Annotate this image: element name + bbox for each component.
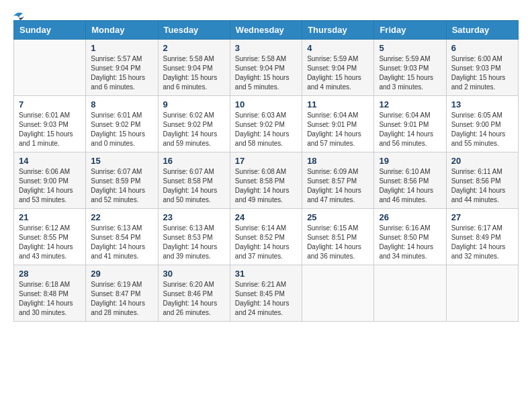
- calendar-cell: 26Sunrise: 6:16 AM Sunset: 8:50 PM Dayli…: [374, 209, 446, 265]
- day-number: 15: [91, 156, 152, 166]
- calendar-cell: 11Sunrise: 6:04 AM Sunset: 9:01 PM Dayli…: [302, 96, 374, 152]
- day-info: Sunrise: 5:58 AM Sunset: 9:04 PM Dayligh…: [163, 54, 225, 92]
- day-number: 14: [19, 156, 81, 166]
- header-wednesday: Wednesday: [230, 21, 302, 40]
- day-info: Sunrise: 6:01 AM Sunset: 9:03 PM Dayligh…: [19, 111, 81, 148]
- day-number: 22: [91, 212, 152, 222]
- calendar-cell: 12Sunrise: 6:04 AM Sunset: 9:01 PM Dayli…: [374, 96, 446, 152]
- day-info: Sunrise: 6:12 AM Sunset: 8:55 PM Dayligh…: [19, 224, 81, 261]
- header-saturday: Saturday: [446, 21, 518, 40]
- day-info: Sunrise: 5:59 AM Sunset: 9:03 PM Dayligh…: [379, 54, 441, 92]
- day-info: Sunrise: 6:21 AM Sunset: 8:45 PM Dayligh…: [235, 280, 297, 318]
- calendar-week-1: 1Sunrise: 5:57 AM Sunset: 9:04 PM Daylig…: [14, 40, 519, 96]
- day-info: Sunrise: 6:00 AM Sunset: 9:03 PM Dayligh…: [451, 54, 513, 92]
- day-number: 20: [451, 156, 513, 166]
- day-info: Sunrise: 6:01 AM Sunset: 9:02 PM Dayligh…: [91, 111, 152, 148]
- calendar-cell: 25Sunrise: 6:15 AM Sunset: 8:51 PM Dayli…: [302, 209, 374, 265]
- day-info: Sunrise: 6:06 AM Sunset: 9:00 PM Dayligh…: [19, 167, 81, 205]
- day-number: 7: [19, 99, 81, 109]
- calendar-cell: 9Sunrise: 6:02 AM Sunset: 9:02 PM Daylig…: [158, 96, 230, 152]
- day-info: Sunrise: 6:13 AM Sunset: 8:54 PM Dayligh…: [91, 224, 152, 261]
- day-info: Sunrise: 6:15 AM Sunset: 8:51 PM Dayligh…: [307, 224, 369, 261]
- calendar-header-row: SundayMondayTuesdayWednesdayThursdayFrid…: [14, 21, 519, 40]
- day-number: 19: [379, 156, 441, 166]
- calendar-cell: 10Sunrise: 6:03 AM Sunset: 9:02 PM Dayli…: [230, 96, 302, 152]
- day-info: Sunrise: 6:13 AM Sunset: 8:53 PM Dayligh…: [163, 224, 225, 261]
- day-info: Sunrise: 6:10 AM Sunset: 8:56 PM Dayligh…: [379, 167, 441, 205]
- calendar-cell: 27Sunrise: 6:17 AM Sunset: 8:49 PM Dayli…: [446, 209, 518, 265]
- calendar-cell: 22Sunrise: 6:13 AM Sunset: 8:54 PM Dayli…: [86, 209, 158, 265]
- header-monday: Monday: [86, 21, 158, 40]
- day-number: 6: [451, 43, 513, 53]
- calendar-cell: 7Sunrise: 6:01 AM Sunset: 9:03 PM Daylig…: [14, 96, 86, 152]
- day-info: Sunrise: 6:07 AM Sunset: 8:58 PM Dayligh…: [163, 167, 225, 205]
- calendar-cell: 16Sunrise: 6:07 AM Sunset: 8:58 PM Dayli…: [158, 152, 230, 209]
- day-number: 3: [235, 43, 297, 53]
- day-number: 18: [307, 156, 369, 166]
- day-number: 17: [235, 156, 297, 166]
- calendar-cell: [446, 265, 518, 322]
- day-info: Sunrise: 6:08 AM Sunset: 8:58 PM Dayligh…: [235, 167, 297, 205]
- calendar-cell: 19Sunrise: 6:10 AM Sunset: 8:56 PM Dayli…: [374, 152, 446, 209]
- day-info: Sunrise: 6:20 AM Sunset: 8:46 PM Dayligh…: [163, 280, 225, 318]
- day-number: 27: [451, 212, 513, 222]
- calendar-cell: 4Sunrise: 5:59 AM Sunset: 9:04 PM Daylig…: [302, 40, 374, 96]
- day-number: 13: [451, 99, 513, 109]
- day-number: 10: [235, 99, 297, 109]
- calendar-cell: 23Sunrise: 6:13 AM Sunset: 8:53 PM Dayli…: [158, 209, 230, 265]
- day-number: 11: [307, 99, 369, 109]
- calendar-cell: 28Sunrise: 6:18 AM Sunset: 8:48 PM Dayli…: [14, 265, 86, 322]
- calendar-cell: 21Sunrise: 6:12 AM Sunset: 8:55 PM Dayli…: [14, 209, 86, 265]
- calendar-cell: 30Sunrise: 6:20 AM Sunset: 8:46 PM Dayli…: [158, 265, 230, 322]
- calendar-cell: 29Sunrise: 6:19 AM Sunset: 8:47 PM Dayli…: [86, 265, 158, 322]
- day-number: 25: [307, 212, 369, 222]
- calendar-cell: 13Sunrise: 6:05 AM Sunset: 9:00 PM Dayli…: [446, 96, 518, 152]
- day-number: 5: [379, 43, 441, 53]
- calendar-cell: [302, 265, 374, 322]
- day-number: 12: [379, 99, 441, 109]
- day-info: Sunrise: 5:57 AM Sunset: 9:04 PM Dayligh…: [91, 54, 152, 92]
- calendar-cell: [374, 265, 446, 322]
- day-info: Sunrise: 6:19 AM Sunset: 8:47 PM Dayligh…: [91, 280, 152, 318]
- day-number: 9: [163, 99, 225, 109]
- day-number: 28: [19, 269, 81, 279]
- calendar-cell: 14Sunrise: 6:06 AM Sunset: 9:00 PM Dayli…: [14, 152, 86, 209]
- calendar-week-3: 14Sunrise: 6:06 AM Sunset: 9:00 PM Dayli…: [14, 152, 519, 209]
- day-number: 31: [235, 269, 297, 279]
- day-info: Sunrise: 6:07 AM Sunset: 8:59 PM Dayligh…: [91, 167, 152, 205]
- day-number: 1: [91, 43, 152, 53]
- calendar-cell: 17Sunrise: 6:08 AM Sunset: 8:58 PM Dayli…: [230, 152, 302, 209]
- day-number: 2: [163, 43, 225, 53]
- day-number: 4: [307, 43, 369, 53]
- calendar-cell: 6Sunrise: 6:00 AM Sunset: 9:03 PM Daylig…: [446, 40, 518, 96]
- calendar-week-5: 28Sunrise: 6:18 AM Sunset: 8:48 PM Dayli…: [14, 265, 519, 322]
- day-info: Sunrise: 6:03 AM Sunset: 9:02 PM Dayligh…: [235, 111, 297, 148]
- day-info: Sunrise: 6:05 AM Sunset: 9:00 PM Dayligh…: [451, 111, 513, 148]
- day-info: Sunrise: 6:18 AM Sunset: 8:48 PM Dayligh…: [19, 280, 81, 318]
- day-number: 24: [235, 212, 297, 222]
- day-number: 30: [163, 269, 225, 279]
- day-info: Sunrise: 6:04 AM Sunset: 9:01 PM Dayligh…: [307, 111, 369, 148]
- day-info: Sunrise: 5:58 AM Sunset: 9:04 PM Dayligh…: [235, 54, 297, 92]
- calendar-cell: 15Sunrise: 6:07 AM Sunset: 8:59 PM Dayli…: [86, 152, 158, 209]
- calendar-cell: 8Sunrise: 6:01 AM Sunset: 9:02 PM Daylig…: [86, 96, 158, 152]
- calendar-cell: 24Sunrise: 6:14 AM Sunset: 8:52 PM Dayli…: [230, 209, 302, 265]
- calendar-cell: 1Sunrise: 5:57 AM Sunset: 9:04 PM Daylig…: [86, 40, 158, 96]
- day-info: Sunrise: 6:16 AM Sunset: 8:50 PM Dayligh…: [379, 224, 441, 261]
- day-number: 8: [91, 99, 152, 109]
- day-info: Sunrise: 6:09 AM Sunset: 8:57 PM Dayligh…: [307, 167, 369, 205]
- calendar-cell: 5Sunrise: 5:59 AM Sunset: 9:03 PM Daylig…: [374, 40, 446, 96]
- day-number: 29: [91, 269, 152, 279]
- day-info: Sunrise: 6:17 AM Sunset: 8:49 PM Dayligh…: [451, 224, 513, 261]
- day-number: 16: [163, 156, 225, 166]
- header-tuesday: Tuesday: [158, 21, 230, 40]
- day-number: 26: [379, 212, 441, 222]
- day-number: 21: [19, 212, 81, 222]
- day-info: Sunrise: 6:11 AM Sunset: 8:56 PM Dayligh…: [451, 167, 513, 205]
- day-info: Sunrise: 5:59 AM Sunset: 9:04 PM Dayligh…: [307, 54, 369, 92]
- day-number: 23: [163, 212, 225, 222]
- calendar-cell: 3Sunrise: 5:58 AM Sunset: 9:04 PM Daylig…: [230, 40, 302, 96]
- header-friday: Friday: [374, 21, 446, 40]
- calendar-cell: 20Sunrise: 6:11 AM Sunset: 8:56 PM Dayli…: [446, 152, 518, 209]
- day-info: Sunrise: 6:14 AM Sunset: 8:52 PM Dayligh…: [235, 224, 297, 261]
